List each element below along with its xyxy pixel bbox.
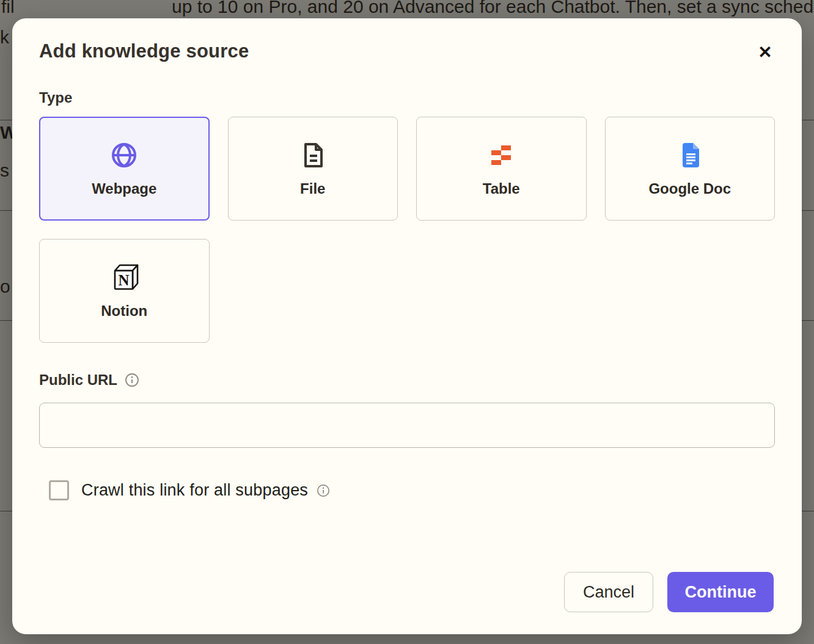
add-knowledge-source-dialog: Add knowledge source ✕ Type Webpage File xyxy=(12,18,802,634)
google-doc-icon xyxy=(675,141,705,170)
public-url-input[interactable] xyxy=(39,403,775,448)
source-type-card-table[interactable]: Table xyxy=(416,117,587,221)
notion-icon: N xyxy=(109,263,139,292)
source-type-grid: Webpage File Table xyxy=(39,117,775,343)
dialog-footer: Cancel Continue xyxy=(564,572,774,612)
source-type-card-notion[interactable]: N Notion xyxy=(39,239,210,343)
public-url-label: Public URL xyxy=(39,371,117,389)
close-icon[interactable]: ✕ xyxy=(754,42,776,64)
source-type-label: Google Doc xyxy=(648,180,731,197)
source-type-label: File xyxy=(300,180,325,197)
crawl-checkbox-label: Crawl this link for all subpages xyxy=(81,481,308,500)
type-section-label: Type xyxy=(39,89,72,106)
source-type-card-google-doc[interactable]: Google Doc xyxy=(605,117,776,221)
cancel-button[interactable]: Cancel xyxy=(564,572,653,612)
globe-icon xyxy=(109,141,139,170)
svg-text:N: N xyxy=(119,272,130,288)
dialog-title: Add knowledge source xyxy=(39,40,249,62)
source-type-card-webpage[interactable]: Webpage xyxy=(39,117,210,221)
info-icon[interactable] xyxy=(317,484,330,497)
crawl-checkbox[interactable] xyxy=(49,480,69,500)
public-url-label-row: Public URL xyxy=(39,371,139,389)
source-type-label: Webpage xyxy=(92,180,156,197)
table-icon xyxy=(486,141,516,170)
info-icon[interactable] xyxy=(125,373,139,387)
continue-button[interactable]: Continue xyxy=(667,572,774,612)
source-type-label: Notion xyxy=(101,302,147,320)
source-type-label: Table xyxy=(483,180,520,197)
crawl-subpages-row: Crawl this link for all subpages xyxy=(49,480,330,500)
source-type-card-file[interactable]: File xyxy=(228,117,398,221)
file-icon xyxy=(298,141,328,170)
